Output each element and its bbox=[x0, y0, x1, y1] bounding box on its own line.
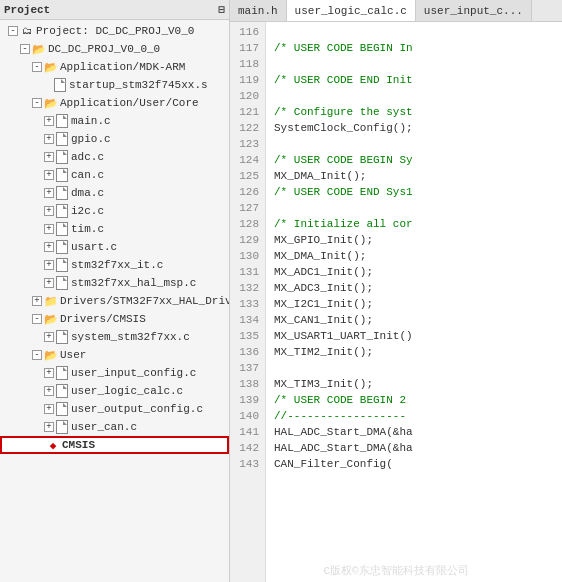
toggle-cmsis[interactable] bbox=[32, 314, 42, 324]
item-label-dma: dma.c bbox=[71, 187, 104, 199]
code-line: MX_DMA_Init(); bbox=[274, 168, 554, 184]
code-line: CAN_Filter_Config( bbox=[274, 456, 554, 472]
toggle-can[interactable] bbox=[44, 170, 54, 180]
project-tree: 🗂 Project: DC_DC_PROJ_V0_0 DC_DC_PROJ_V0… bbox=[0, 20, 229, 582]
tab-main-h[interactable]: main.h bbox=[230, 0, 287, 22]
toggle-gpio[interactable] bbox=[44, 134, 54, 144]
tree-item-hal-drivers[interactable]: Drivers/STM32F7xx_HAL_Driv... bbox=[0, 292, 229, 310]
tree-item-dma[interactable]: dma.c bbox=[0, 184, 229, 202]
line-number: 142 bbox=[236, 440, 259, 456]
item-label: DC_DC_PROJ_V0_0_0 bbox=[48, 43, 160, 55]
tree-item-can[interactable]: can.c bbox=[0, 166, 229, 184]
tab-user-logic[interactable]: user_logic_calc.c bbox=[287, 0, 416, 22]
file-icon-system bbox=[56, 330, 68, 344]
toggle-user[interactable] bbox=[32, 350, 42, 360]
folder-icon-user-core bbox=[44, 96, 58, 110]
code-line: SystemClock_Config(); bbox=[274, 120, 554, 136]
item-label-mdk: Application/MDK-ARM bbox=[60, 61, 185, 73]
line-number: 141 bbox=[236, 424, 259, 440]
item-label-hal-msp: stm32f7xx_hal_msp.c bbox=[71, 277, 196, 289]
file-icon-startup bbox=[54, 78, 66, 92]
toggle-user-can[interactable] bbox=[44, 422, 54, 432]
toggle-tim[interactable] bbox=[44, 224, 54, 234]
toggle-adc[interactable] bbox=[44, 152, 54, 162]
item-label-startup: startup_stm32f745xx.s bbox=[69, 79, 208, 91]
line-number: 139 bbox=[236, 392, 259, 408]
line-number: 130 bbox=[236, 248, 259, 264]
code-line: /* Configure the syst bbox=[274, 104, 554, 120]
tree-item-user-folder[interactable]: User bbox=[0, 346, 229, 364]
tree-item-usart[interactable]: usart.c bbox=[0, 238, 229, 256]
line-number: 140 bbox=[236, 408, 259, 424]
code-line: HAL_ADC_Start_DMA(&ha bbox=[274, 440, 554, 456]
item-label-it: stm32f7xx_it.c bbox=[71, 259, 163, 271]
toggle-user-core[interactable] bbox=[32, 98, 42, 108]
line-number: 138 bbox=[236, 376, 259, 392]
code-line: MX_I2C1_Init(); bbox=[274, 296, 554, 312]
toggle-i2c[interactable] bbox=[44, 206, 54, 216]
item-label-can: can.c bbox=[71, 169, 104, 181]
tree-item-user-output[interactable]: user_output_config.c bbox=[0, 400, 229, 418]
item-label-cmsis: CMSIS bbox=[62, 439, 95, 451]
toggle-root[interactable] bbox=[8, 26, 18, 36]
code-line: /* USER CODE BEGIN In bbox=[274, 40, 554, 56]
toggle-user-output[interactable] bbox=[44, 404, 54, 414]
tree-item-user-can[interactable]: user_can.c bbox=[0, 418, 229, 436]
tree-item-hal-msp[interactable]: stm32f7xx_hal_msp.c bbox=[0, 274, 229, 292]
toggle-hal-drivers[interactable] bbox=[32, 296, 42, 306]
file-icon-user-logic bbox=[56, 384, 68, 398]
tree-item-it[interactable]: stm32f7xx_it.c bbox=[0, 256, 229, 274]
tree-item-dc-proj[interactable]: DC_DC_PROJ_V0_0_0 bbox=[0, 40, 229, 58]
toggle-usart[interactable] bbox=[44, 242, 54, 252]
tree-item-user-logic[interactable]: user_logic_calc.c bbox=[0, 382, 229, 400]
tree-item-startup[interactable]: startup_stm32f745xx.s bbox=[0, 76, 229, 94]
tree-item-user-core[interactable]: Application/User/Core bbox=[0, 94, 229, 112]
file-icon-it bbox=[56, 258, 68, 272]
code-content[interactable]: /* USER CODE BEGIN In /* USER CODE END I… bbox=[266, 22, 562, 582]
item-label-user-logic: user_logic_calc.c bbox=[71, 385, 183, 397]
line-number: 119 bbox=[236, 72, 259, 88]
tree-item-cmsis-folder[interactable]: Drivers/CMSIS bbox=[0, 310, 229, 328]
folder-icon-hal bbox=[44, 294, 58, 308]
file-icon-gpio bbox=[56, 132, 68, 146]
panel-collapse-icon[interactable]: ⊟ bbox=[218, 3, 225, 16]
code-line bbox=[274, 200, 554, 216]
file-icon-main bbox=[56, 114, 68, 128]
item-label-user-output: user_output_config.c bbox=[71, 403, 203, 415]
tree-item-user-input[interactable]: user_input_config.c bbox=[0, 364, 229, 382]
toggle-user-input[interactable] bbox=[44, 368, 54, 378]
toggle-user-logic[interactable] bbox=[44, 386, 54, 396]
line-numbers: 1161171181191201211221231241251261271281… bbox=[230, 22, 266, 582]
toggle-main-c[interactable] bbox=[44, 116, 54, 126]
code-wrapper: 1161171181191201211221231241251261271281… bbox=[230, 22, 562, 582]
tree-item-system[interactable]: system_stm32f7xx.c bbox=[0, 328, 229, 346]
tree-item-adc[interactable]: adc.c bbox=[0, 148, 229, 166]
code-line bbox=[274, 360, 554, 376]
tree-item-cmsis-error[interactable]: CMSIS bbox=[0, 436, 229, 454]
tab-user-input[interactable]: user_input_c... bbox=[416, 0, 532, 22]
item-label-i2c: i2c.c bbox=[71, 205, 104, 217]
tree-item-i2c[interactable]: i2c.c bbox=[0, 202, 229, 220]
toggle-it[interactable] bbox=[44, 260, 54, 270]
tree-item-gpio[interactable]: gpio.c bbox=[0, 130, 229, 148]
code-area[interactable]: 1161171181191201211221231241251261271281… bbox=[230, 22, 562, 582]
code-line: /* USER CODE END Sys1 bbox=[274, 184, 554, 200]
line-number: 137 bbox=[236, 360, 259, 376]
tree-root[interactable]: 🗂 Project: DC_DC_PROJ_V0_0 bbox=[0, 22, 229, 40]
toggle-mdk[interactable] bbox=[32, 62, 42, 72]
line-number: 127 bbox=[236, 200, 259, 216]
tree-item-tim[interactable]: tim.c bbox=[0, 220, 229, 238]
toggle-dma[interactable] bbox=[44, 188, 54, 198]
item-label-cmsis-folder: Drivers/CMSIS bbox=[60, 313, 146, 325]
code-line: /* USER CODE END Init bbox=[274, 72, 554, 88]
file-icon-tim bbox=[56, 222, 68, 236]
toggle-system[interactable] bbox=[44, 332, 54, 342]
toggle-hal-msp[interactable] bbox=[44, 278, 54, 288]
tree-item-main-c[interactable]: main.c bbox=[0, 112, 229, 130]
toggle-dc-proj[interactable] bbox=[20, 44, 30, 54]
line-number: 129 bbox=[236, 232, 259, 248]
line-number: 120 bbox=[236, 88, 259, 104]
line-number: 116 bbox=[236, 24, 259, 40]
tree-item-mdk[interactable]: Application/MDK-ARM bbox=[0, 58, 229, 76]
file-icon-adc bbox=[56, 150, 68, 164]
